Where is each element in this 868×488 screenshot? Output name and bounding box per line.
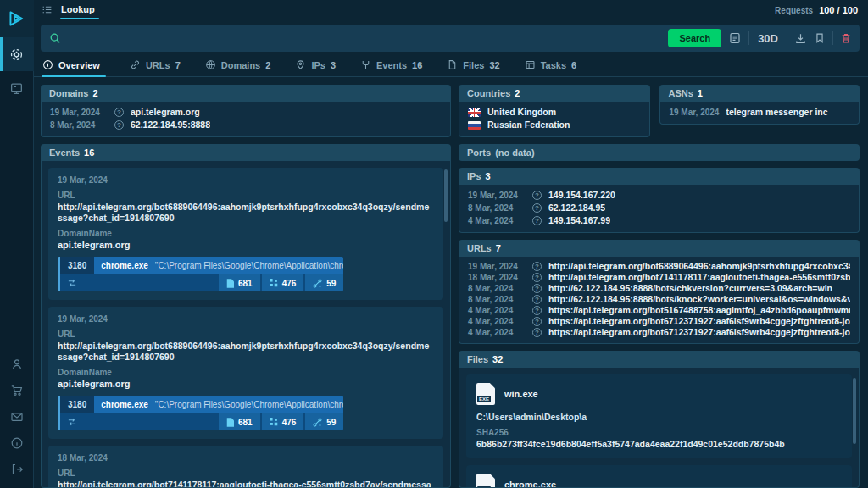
verdict-unknown-icon: ? [532,191,542,200]
urls-card-header: URLs 7 [459,240,860,257]
events-scrollbar[interactable] [444,169,448,222]
tasks-window-icon [525,59,536,70]
file-sha256[interactable]: 6b86b273ff34fce19d6b804eff5a3f5747ada4ea… [476,439,842,449]
ti-lookup-icon [9,47,24,62]
url-value[interactable]: http://api.telegram.org/bot6889064496:aa… [548,261,850,272]
download-icon[interactable] [794,32,807,45]
history-menu-icon[interactable] [42,4,53,15]
ip-value[interactable]: 149.154.167.99 [548,214,610,227]
verdict-unknown-icon: ? [114,108,124,117]
mail-icon [10,410,24,424]
tab-files[interactable]: Files32 [446,54,500,76]
file-icon [447,59,458,70]
urls-card: URLs 7 19 Mar, 2024 ? http://api.telegra… [459,240,860,344]
url-row: 4 Mar, 2024 ? https://api.telegram.org/b… [468,316,850,327]
exe-file-icon [476,474,495,488]
countries-card-header: Countries 2 [459,85,650,102]
process-stats-row: 681 476 59 [60,274,343,291]
tab-tasks[interactable]: Tasks6 [524,54,578,76]
urls-card-body: 19 Mar, 2024 ? http://api.telegram.org/b… [459,257,860,344]
ports-card: Ports (no data) [459,144,860,161]
domain-value[interactable]: api.telegram.org [131,106,200,119]
verdict-unknown-icon: ? [532,328,542,337]
process-bar[interactable]: 3180 chrome.exe "C:\Program Files\Google… [58,396,343,430]
countries-card: Countries 2 United Kingdom Russian Feder… [459,85,650,137]
bookmark-icon[interactable] [814,32,826,44]
event-item[interactable]: 19 Mar, 2024 URL http://api.telegram.org… [48,168,443,300]
asns-card-header: ASNs 1 [659,85,860,102]
countries-asns-row: Countries 2 United Kingdom Russian Feder… [459,85,860,137]
country-name: United Kingdom [487,106,556,119]
process-bar[interactable]: 3180 chrome.exe "C:\Program Files\Google… [58,257,343,291]
profile-icon [10,358,24,371]
event-domain[interactable]: api.telegram.org [58,240,434,250]
divider [748,31,749,45]
country-row: Russian Federation [468,119,641,131]
event-url[interactable]: http://api.telegram.org/bot7141178117:aa… [58,480,434,488]
event-domain[interactable]: api.telegram.org [58,379,434,389]
search-button[interactable]: Search [668,29,721,47]
row-date: 4 Mar, 2024 [468,305,526,316]
tab-urls[interactable]: URLs7 [129,54,181,76]
row-date: 19 Mar, 2024 [50,106,108,119]
url-value[interactable]: https://api.telegram.org/bot6712371927:a… [548,327,850,338]
sidebar-item-profile[interactable] [0,358,34,371]
ip-value[interactable]: 149.154.167.220 [548,189,615,202]
query-templates-icon[interactable] [728,31,742,45]
asn-value[interactable]: telegram messenger inc [726,106,827,119]
tab-events[interactable]: Events16 [359,54,423,76]
event-item[interactable]: 19 Mar, 2024 URL http://api.telegram.org… [48,307,443,439]
sidebar-item-mail[interactable] [0,410,34,424]
url-row: 8 Mar, 2024 ? http://62.122.184.95:8888/… [468,283,850,294]
info-icon [10,436,24,450]
period-selector[interactable]: 30D [756,32,780,45]
asns-card-body: 19 Mar, 2024 telegram messenger inc [659,102,860,125]
row-date: 8 Mar, 2024 [50,119,108,131]
row-date: 4 Mar, 2024 [468,214,526,227]
event-item[interactable]: 18 Mar, 2024 URL http://api.telegram.org… [48,446,443,488]
location-pin-icon [295,59,306,70]
process-cmdline: "C:\Program Files\Google\Chrome\Applicat… [155,400,344,409]
sidebar-bottom-group [0,358,34,488]
sidebar-item-sandbox[interactable] [0,71,34,105]
process-stats-row: 681 476 59 [60,413,343,430]
file-item[interactable]: chrome.exe C:\Program Files\Google\Chrom… [466,465,852,488]
event-url[interactable]: http://api.telegram.org/bot6889064496:aa… [58,202,434,224]
tab-overview[interactable]: Overview [42,54,106,76]
trash-icon[interactable] [840,32,852,44]
files-card-header: Files 32 [459,351,860,368]
sidebar-item-ti-lookup[interactable] [0,37,34,71]
url-value[interactable]: https://api.telegram.org/bot5167488758:a… [548,305,850,316]
row-date: 4 Mar, 2024 [468,327,526,338]
url-value[interactable]: http://62.122.184.95:8888/bots/knock?wor… [548,294,850,305]
url-value[interactable]: http://api.telegram.org/bot7141178117:aa… [548,272,850,283]
page-title[interactable]: Lookup [60,3,96,18]
anyrun-logo[interactable] [0,0,34,37]
event-url[interactable]: http://api.telegram.org/bot6889064496:aa… [58,341,434,363]
file-top-row: chrome.exe [476,474,842,488]
sidebar-item-info[interactable] [0,436,34,450]
verdict-unknown-icon: ? [532,317,542,326]
sidebar-item-cart[interactable] [0,384,34,397]
url-value[interactable]: https://api.telegram.org/bot6712371927:a… [548,316,850,327]
file-name[interactable]: chrome.exe [504,480,556,488]
row-date: 19 Mar, 2024 [468,261,526,272]
url-value[interactable]: http://62.122.184.95:8888/bots/chkversio… [548,283,832,294]
tab-domains[interactable]: Domains2 [204,54,272,76]
domain-value[interactable]: 62.122.184.95:8888 [131,119,210,131]
file-name[interactable]: win.exe [504,389,538,399]
event-date: 19 Mar, 2024 [58,175,434,185]
file-item[interactable]: win.exe C:\Users\admin\Desktop\a SHA256 … [466,374,852,458]
countries-card-body: United Kingdom Russian Federation [459,102,650,137]
process-cmdline: "C:\Program Files\Google\Chrome\Applicat… [155,261,344,270]
domain-row: 8 Mar, 2024 ? 62.122.184.95:8888 [50,119,442,131]
process-stats: 681 476 59 [219,413,344,430]
sidebar-item-logout[interactable] [0,463,34,476]
ip-value[interactable]: 62.122.184.95 [548,202,605,214]
tab-ips[interactable]: IPs3 [294,54,337,76]
row-date: 8 Mar, 2024 [468,283,526,294]
topbar: Lookup Requests 100 / 100 [34,0,868,18]
files-scrollbar[interactable] [853,378,856,444]
search-bar[interactable]: Search 30D [41,25,860,52]
registry-changes-stat: 476 [262,274,304,291]
